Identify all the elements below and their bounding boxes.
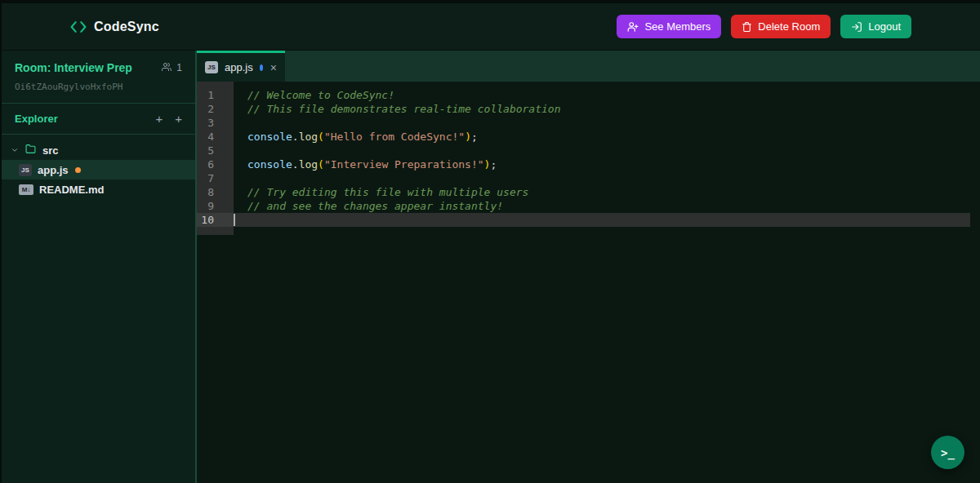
code-line[interactable] [234, 116, 980, 130]
line-number: 1 [197, 88, 214, 102]
folder-name: src [42, 144, 59, 157]
room-id: Oi6tZAouRgylvoHxfoPH [15, 82, 182, 92]
delete-room-label: Delete Room [758, 20, 820, 33]
file-name: app.js [38, 164, 69, 176]
code-token: ( [318, 158, 324, 171]
line-number: 8 [197, 185, 214, 199]
line-number: 7 [197, 171, 214, 185]
code-line[interactable]: // This file demonstrates real-time coll… [234, 102, 980, 116]
header: CodeSync See Members [2, 3, 980, 51]
line-number: 4 [197, 130, 214, 144]
close-tab-button[interactable]: × [270, 62, 277, 73]
see-members-button[interactable]: See Members [617, 15, 721, 38]
code-line-current[interactable] [234, 213, 970, 227]
logout-icon [851, 21, 862, 33]
delete-room-button[interactable]: Delete Room [731, 15, 831, 38]
code-token: ; [471, 131, 478, 143]
tab-label: app.js [225, 61, 253, 73]
logout-button[interactable]: Logout [840, 15, 911, 38]
line-number: 3 [197, 116, 214, 130]
markdown-file-icon: M↓ [19, 184, 33, 195]
tree-folder-src[interactable]: src [2, 140, 195, 160]
room-section: Room: Interview Prep 1 Oi6tZAouRgylvoHxf… [2, 51, 195, 104]
new-file-button[interactable]: + [155, 113, 163, 125]
line-number: 5 [197, 144, 214, 157]
code-token: log [299, 131, 318, 143]
sidebar: Room: Interview Prep 1 Oi6tZAouRgylvoHxf… [2, 51, 197, 483]
code-editor[interactable]: 1 2 3 4 5 6 7 8 9 10 // Welcome to CodeS… [197, 82, 980, 483]
explorer-title: Explorer [15, 113, 58, 125]
terminal-toggle-button[interactable]: >_ [931, 436, 964, 469]
code-token: "Interview Preparations!" [324, 158, 484, 171]
code-token: . [292, 158, 299, 171]
app-logo: CodeSync [70, 20, 159, 34]
file-name: README.md [39, 184, 104, 196]
line-number: 2 [197, 102, 214, 116]
code-token: ( [318, 131, 324, 143]
new-folder-button[interactable]: + [175, 113, 182, 125]
code-token: ) [465, 131, 471, 143]
member-count-value: 1 [176, 62, 182, 73]
header-actions: See Members Delete Room [617, 15, 911, 38]
tree-file-readme[interactable]: M↓ README.md [2, 179, 195, 199]
unsaved-dot-icon [260, 64, 263, 71]
code-line[interactable]: console.log("Hello from CodeSync!"); [234, 130, 980, 144]
member-count: 1 [161, 62, 182, 74]
code-token: log [299, 158, 318, 171]
unsaved-dot-icon [75, 167, 81, 173]
code-token: console [247, 158, 292, 171]
javascript-file-icon: JS [205, 61, 218, 73]
code-line[interactable]: // Try editing this file with multiple u… [234, 185, 980, 199]
code-line[interactable]: console.log("Interview Preparations!"); [234, 157, 980, 171]
code-token: "Hello from CodeSync!" [324, 131, 465, 143]
line-number-gutter: 1 2 3 4 5 6 7 8 9 10 [197, 82, 234, 235]
tree-file-appjs[interactable]: JS app.js [2, 160, 195, 179]
file-tree: src JS app.js M↓ README.md [2, 135, 195, 199]
tab-appjs[interactable]: JS app.js × [197, 51, 285, 82]
line-number: 6 [197, 157, 214, 171]
code-token: console [247, 131, 292, 143]
code-token: // and see the changes appear instantly! [247, 200, 503, 212]
code-line[interactable]: // Welcome to CodeSync! [234, 88, 980, 102]
see-members-label: See Members [644, 20, 710, 33]
text-cursor [234, 214, 235, 226]
code-token: ; [490, 158, 497, 171]
code-token: . [292, 131, 299, 143]
user-plus-icon [627, 21, 639, 33]
tab-bar: JS app.js × [197, 51, 980, 82]
line-number: 9 [197, 199, 214, 213]
app-title: CodeSync [94, 20, 159, 34]
code-content[interactable]: // Welcome to CodeSync! // This file dem… [234, 82, 980, 227]
explorer-header: Explorer + + [2, 104, 195, 135]
code-line[interactable] [234, 144, 980, 157]
javascript-file-icon: JS [19, 164, 32, 176]
code-line[interactable] [234, 171, 980, 185]
terminal-prompt-icon: >_ [941, 446, 955, 459]
room-name: Room: Interview Prep [15, 61, 132, 74]
code-token: // Welcome to CodeSync! [247, 89, 394, 101]
code-line[interactable]: // and see the changes appear instantly! [234, 199, 980, 213]
line-number-current: 10 [197, 213, 234, 227]
main-area: JS app.js × 1 2 3 4 5 6 7 8 9 10 [197, 51, 980, 483]
logout-label: Logout [868, 20, 901, 33]
users-icon [161, 62, 172, 74]
app: CodeSync See Members [0, 0, 980, 483]
code-token: // This file demonstrates real-time coll… [247, 103, 561, 115]
folder-icon [24, 144, 37, 157]
chevron-down-icon [11, 146, 19, 154]
code-brackets-icon [70, 20, 87, 33]
trash-icon [742, 21, 752, 33]
code-token: // Try editing this file with multiple u… [247, 186, 528, 198]
